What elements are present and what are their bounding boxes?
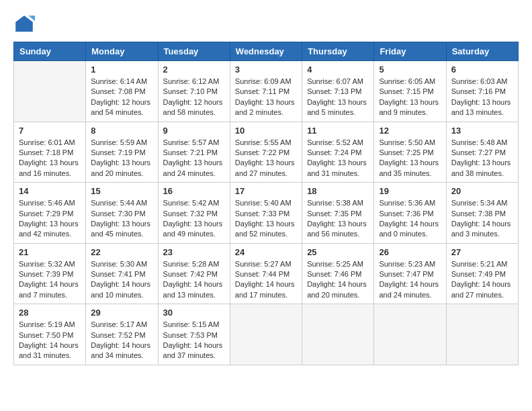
cell-info: Sunrise: 6:05 AMSunset: 7:15 PMDaylight:…	[379, 77, 441, 118]
cell-info: Sunrise: 5:17 AMSunset: 7:52 PMDaylight:…	[91, 320, 152, 361]
sunrise-text: Sunrise: 5:27 AM	[235, 260, 292, 268]
sunrise-text: Sunrise: 6:09 AM	[235, 77, 292, 85]
daylight-label: Daylight: 13 hours and 20 minutes.	[91, 158, 150, 177]
calendar-cell	[14, 61, 86, 122]
day-number: 9	[163, 126, 225, 136]
calendar-cell: 12Sunrise: 5:50 AMSunset: 7:25 PMDayligh…	[374, 122, 446, 183]
day-number: 4	[307, 64, 369, 75]
daylight-label: Daylight: 12 hours and 58 minutes.	[163, 98, 223, 116]
sunrise-text: Sunrise: 6:03 AM	[451, 77, 508, 85]
sunset-text: Sunset: 7:25 PM	[379, 148, 433, 156]
cell-info: Sunrise: 5:15 AMSunset: 7:53 PMDaylight:…	[163, 320, 225, 361]
day-number: 12	[379, 126, 441, 136]
day-number: 14	[19, 186, 81, 196]
daylight-label: Daylight: 13 hours and 2 minutes.	[235, 98, 295, 116]
cell-info: Sunrise: 5:40 AMSunset: 7:33 PMDaylight:…	[235, 198, 297, 240]
day-number: 26	[379, 247, 441, 257]
calendar-cell: 1Sunrise: 6:14 AMSunset: 7:08 PMDaylight…	[86, 61, 158, 122]
cell-info: Sunrise: 5:48 AMSunset: 7:27 PMDaylight:…	[451, 138, 513, 179]
sunset-text: Sunset: 7:49 PM	[451, 270, 506, 278]
cell-info: Sunrise: 6:03 AMSunset: 7:16 PMDaylight:…	[451, 77, 513, 118]
sunset-text: Sunset: 7:21 PM	[163, 148, 218, 156]
daylight-label: Daylight: 13 hours and 31 minutes.	[307, 158, 367, 177]
daylight-label: Daylight: 14 hours and 27 minutes.	[451, 280, 511, 298]
day-number: 16	[163, 186, 225, 196]
calendar-cell: 19Sunrise: 5:36 AMSunset: 7:36 PMDayligh…	[374, 183, 446, 244]
day-number: 8	[91, 126, 152, 136]
daylight-label: Daylight: 14 hours and 3 minutes.	[451, 220, 511, 238]
sunset-text: Sunset: 7:13 PM	[307, 87, 361, 95]
cell-info: Sunrise: 6:12 AMSunset: 7:10 PMDaylight:…	[163, 77, 225, 118]
sunrise-text: Sunrise: 5:38 AM	[307, 199, 363, 207]
cell-info: Sunrise: 6:07 AMSunset: 7:13 PMDaylight:…	[307, 77, 369, 118]
daylight-label: Daylight: 13 hours and 42 minutes.	[19, 220, 79, 238]
sunset-text: Sunset: 7:15 PM	[379, 87, 433, 95]
sunset-text: Sunset: 7:46 PM	[307, 270, 361, 278]
day-number: 2	[163, 64, 225, 75]
cell-info: Sunrise: 6:09 AMSunset: 7:11 PMDaylight:…	[235, 77, 297, 118]
day-number: 17	[235, 186, 297, 196]
daylight-label: Daylight: 14 hours and 24 minutes.	[379, 280, 439, 298]
calendar-row: 14Sunrise: 5:46 AMSunset: 7:29 PMDayligh…	[14, 183, 519, 244]
cell-info: Sunrise: 5:30 AMSunset: 7:41 PMDaylight:…	[91, 259, 152, 301]
cell-info: Sunrise: 5:23 AMSunset: 7:47 PMDaylight:…	[379, 259, 441, 301]
daylight-label: Daylight: 14 hours and 0 minutes.	[379, 220, 439, 238]
sunrise-text: Sunrise: 5:28 AM	[163, 260, 220, 268]
cell-info: Sunrise: 5:34 AMSunset: 7:38 PMDaylight:…	[451, 198, 513, 240]
sunrise-text: Sunrise: 5:46 AM	[19, 199, 75, 207]
sunrise-text: Sunrise: 6:12 AM	[163, 77, 220, 85]
weekday-header: Friday	[374, 42, 446, 61]
sunrise-text: Sunrise: 5:42 AM	[163, 199, 220, 207]
daylight-label: Daylight: 13 hours and 45 minutes.	[91, 220, 150, 238]
sunset-text: Sunset: 7:41 PM	[91, 270, 145, 278]
sunset-text: Sunset: 7:53 PM	[163, 331, 218, 339]
cell-info: Sunrise: 5:25 AMSunset: 7:46 PMDaylight:…	[307, 259, 369, 301]
day-number: 24	[235, 247, 297, 257]
day-number: 6	[451, 64, 513, 75]
calendar-cell: 26Sunrise: 5:23 AMSunset: 7:47 PMDayligh…	[374, 243, 446, 304]
sunset-text: Sunset: 7:24 PM	[307, 148, 361, 156]
daylight-label: Daylight: 13 hours and 5 minutes.	[307, 98, 367, 116]
daylight-label: Daylight: 13 hours and 16 minutes.	[19, 158, 79, 177]
cell-info: Sunrise: 5:57 AMSunset: 7:21 PMDaylight:…	[163, 138, 225, 179]
calendar-cell: 9Sunrise: 5:57 AMSunset: 7:21 PMDaylight…	[158, 122, 230, 183]
day-number: 15	[91, 186, 152, 196]
logo	[13, 13, 38, 35]
calendar-cell: 22Sunrise: 5:30 AMSunset: 7:41 PMDayligh…	[86, 243, 158, 304]
cell-info: Sunrise: 5:46 AMSunset: 7:29 PMDaylight:…	[19, 198, 81, 240]
weekday-header-row: SundayMondayTuesdayWednesdayThursdayFrid…	[14, 42, 519, 61]
cell-info: Sunrise: 5:32 AMSunset: 7:39 PMDaylight:…	[19, 259, 81, 301]
sunset-text: Sunset: 7:16 PM	[451, 87, 506, 95]
cell-info: Sunrise: 5:52 AMSunset: 7:24 PMDaylight:…	[307, 138, 369, 179]
sunset-text: Sunset: 7:35 PM	[307, 210, 361, 218]
daylight-label: Daylight: 13 hours and 56 minutes.	[307, 220, 367, 238]
daylight-label: Daylight: 14 hours and 17 minutes.	[235, 280, 295, 298]
day-number: 21	[19, 247, 81, 257]
svg-marker-0	[15, 15, 33, 32]
sunrise-text: Sunrise: 6:14 AM	[91, 77, 147, 85]
sunrise-text: Sunrise: 5:30 AM	[91, 260, 147, 268]
daylight-label: Daylight: 14 hours and 37 minutes.	[163, 341, 223, 359]
weekday-header: Wednesday	[230, 42, 302, 61]
sunrise-text: Sunrise: 5:59 AM	[91, 138, 147, 146]
daylight-label: Daylight: 13 hours and 13 minutes.	[451, 98, 511, 116]
cell-info: Sunrise: 5:59 AMSunset: 7:19 PMDaylight:…	[91, 138, 152, 179]
calendar-cell: 3Sunrise: 6:09 AMSunset: 7:11 PMDaylight…	[230, 61, 302, 122]
calendar-cell: 17Sunrise: 5:40 AMSunset: 7:33 PMDayligh…	[230, 183, 302, 244]
daylight-label: Daylight: 13 hours and 27 minutes.	[235, 158, 295, 177]
sunrise-text: Sunrise: 5:34 AM	[451, 199, 508, 207]
sunset-text: Sunset: 7:10 PM	[163, 87, 218, 95]
sunrise-text: Sunrise: 5:23 AM	[379, 260, 435, 268]
day-number: 22	[91, 247, 152, 257]
day-number: 28	[19, 308, 81, 318]
sunset-text: Sunset: 7:27 PM	[451, 148, 506, 156]
sunset-text: Sunset: 7:42 PM	[163, 270, 218, 278]
sunrise-text: Sunrise: 5:25 AM	[307, 260, 363, 268]
weekday-header: Saturday	[446, 42, 518, 61]
sunset-text: Sunset: 7:39 PM	[19, 270, 73, 278]
sunrise-text: Sunrise: 5:55 AM	[235, 138, 292, 146]
daylight-label: Daylight: 14 hours and 10 minutes.	[91, 280, 150, 298]
calendar-cell: 27Sunrise: 5:21 AMSunset: 7:49 PMDayligh…	[446, 243, 518, 304]
daylight-label: Daylight: 12 hours and 54 minutes.	[91, 98, 150, 116]
sunset-text: Sunset: 7:30 PM	[91, 210, 145, 218]
